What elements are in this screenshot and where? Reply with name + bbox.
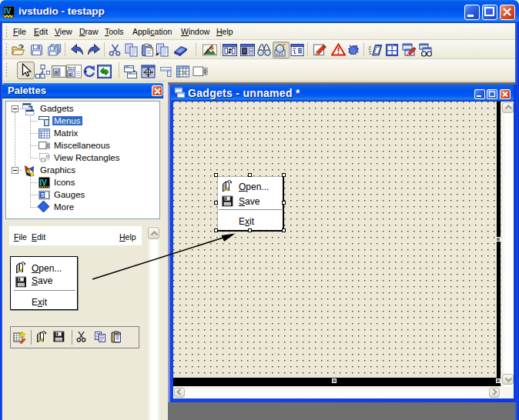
svg-text:bcd: bcd: [68, 65, 76, 71]
svg-text:51: 51: [41, 192, 47, 198]
svg-text:al: al: [54, 68, 59, 76]
svg-text:IV: IV: [4, 7, 12, 15]
svg-text:ai: ai: [69, 72, 73, 77]
svg-text:IV: IV: [40, 178, 48, 187]
